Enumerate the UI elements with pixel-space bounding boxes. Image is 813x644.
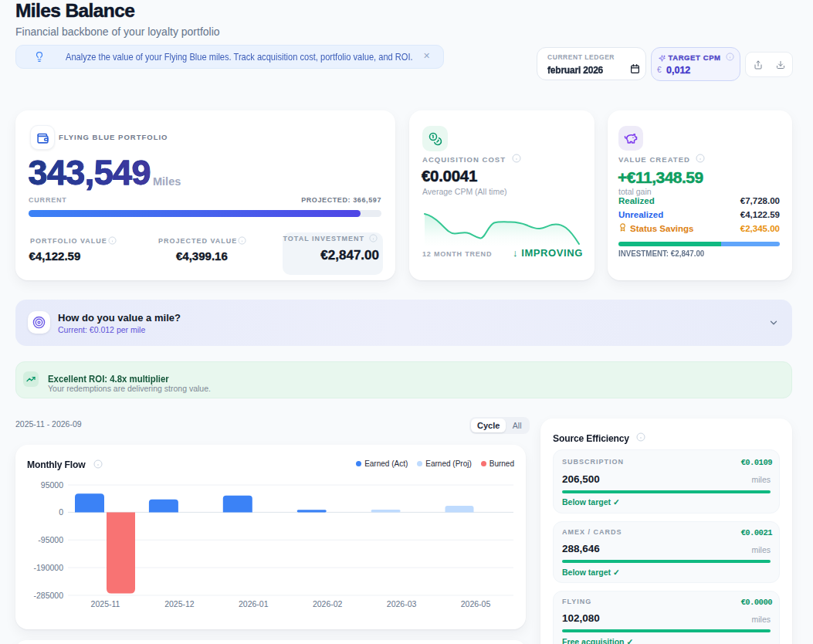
svg-text:2025-12: 2025-12 <box>164 599 195 608</box>
svg-text:-95000: -95000 <box>38 535 63 544</box>
svg-text:2026-03: 2026-03 <box>387 599 417 608</box>
svg-text:2025-11: 2025-11 <box>91 599 120 608</box>
svg-text:-190000: -190000 <box>33 563 63 572</box>
svg-text:-285000: -285000 <box>33 591 63 600</box>
svg-text:2026-01: 2026-01 <box>239 599 269 608</box>
svg-text:95000: 95000 <box>41 480 63 490</box>
svg-text:0: 0 <box>59 507 63 517</box>
svg-text:2026-02: 2026-02 <box>313 599 343 608</box>
svg-text:2026-05: 2026-05 <box>461 599 491 608</box>
